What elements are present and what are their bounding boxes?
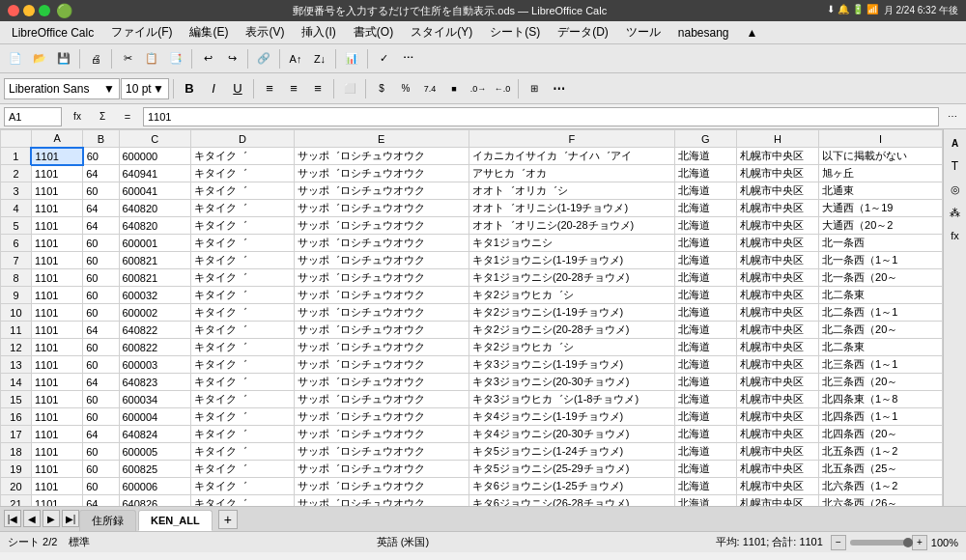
row-num-14[interactable]: 14 — [1, 374, 32, 391]
cell-r13-c4[interactable]: キタイク゛ — [191, 356, 295, 374]
thousands-button[interactable]: ■ — [442, 77, 466, 100]
sort-desc-button[interactable]: Z↓ — [308, 47, 331, 70]
bold-button[interactable]: B — [178, 77, 201, 100]
cell-r19-c4[interactable]: キタイク゛ — [191, 461, 295, 478]
cell-r18-c8[interactable]: 札幌市中央区 — [736, 443, 818, 461]
cell-r14-c6[interactable]: キタ3ジョウニシ(20-30チョウメ) — [469, 374, 674, 391]
cell-r1-c1[interactable]: 1101 — [31, 148, 82, 165]
sheet-scroll-area[interactable]: A B C D E F G H I 1110160600000キタイク゛サッポ゛… — [0, 129, 943, 506]
cell-r4-c2[interactable]: 64 — [83, 200, 119, 217]
cell-r14-c8[interactable]: 札幌市中央区 — [736, 374, 818, 391]
cell-r19-c7[interactable]: 北海道 — [674, 461, 736, 478]
cell-r10-c4[interactable]: キタイク゛ — [191, 304, 295, 322]
cell-r10-c7[interactable]: 北海道 — [674, 304, 736, 322]
cell-r3-c7[interactable]: 北海道 — [674, 182, 736, 200]
cell-r7-c1[interactable]: 1101 — [31, 252, 82, 269]
cell-r17-c4[interactable]: キタイク゛ — [191, 426, 295, 443]
cell-r1-c9[interactable]: 以下に掲載がない — [819, 148, 943, 165]
cell-r10-c8[interactable]: 札幌市中央区 — [736, 304, 818, 322]
cell-r8-c5[interactable]: サッポ゛ロシチュウオウク — [294, 269, 469, 287]
col-header-f[interactable]: F — [469, 130, 674, 148]
minimize-button[interactable] — [23, 5, 35, 16]
sheet-tab-jushoroku[interactable]: 住所録 — [79, 510, 136, 531]
underline-button[interactable]: U — [226, 77, 249, 100]
cell-r2-c5[interactable]: サッポ゛ロシチュウオウク — [294, 165, 469, 182]
row-num-10[interactable]: 10 — [1, 304, 32, 322]
cell-r15-c4[interactable]: キタイク゛ — [191, 391, 295, 408]
cell-r15-c6[interactable]: キタ3ジョウヒカ゛シ(1-8チョウメ) — [469, 391, 674, 408]
cell-r19-c1[interactable]: 1101 — [31, 461, 82, 478]
row-num-13[interactable]: 13 — [1, 356, 32, 374]
function-wizard-button[interactable]: fx — [66, 105, 89, 128]
font-name-selector[interactable]: Liberation Sans ▼ — [4, 78, 120, 99]
cell-r12-c8[interactable]: 札幌市中央区 — [736, 339, 818, 356]
cell-r19-c2[interactable]: 60 — [83, 461, 119, 478]
cell-r15-c9[interactable]: 北四条東（1～8 — [819, 391, 943, 408]
cell-r7-c6[interactable]: キタ1ジョウニシ(1-19チョウメ) — [469, 252, 674, 269]
sidebar-icon-fx[interactable]: fx — [946, 226, 965, 245]
cell-r1-c5[interactable]: サッポ゛ロシチュウオウク — [294, 148, 469, 165]
cell-r12-c5[interactable]: サッポ゛ロシチュウオウク — [294, 339, 469, 356]
cell-r8-c8[interactable]: 札幌市中央区 — [736, 269, 818, 287]
cell-r9-c5[interactable]: サッポ゛ロシチュウオウク — [294, 287, 469, 304]
open-button[interactable]: 📂 — [28, 47, 51, 70]
cell-r9-c4[interactable]: キタイク゛ — [191, 287, 295, 304]
cell-r10-c6[interactable]: キタ2ジョウニシ(1-19チョウメ) — [469, 304, 674, 322]
decrease-decimal-button[interactable]: ←.0 — [491, 77, 514, 100]
cell-r16-c8[interactable]: 札幌市中央区 — [736, 408, 818, 426]
cell-r5-c2[interactable]: 64 — [83, 217, 119, 235]
cell-r16-c9[interactable]: 北四条西（1～1 — [819, 408, 943, 426]
cell-r19-c8[interactable]: 札幌市中央区 — [736, 461, 818, 478]
increase-decimal-button[interactable]: .0→ — [467, 77, 490, 100]
merge-button[interactable]: ⬜ — [338, 77, 361, 100]
cell-r21-c3[interactable]: 640826 — [119, 495, 191, 507]
cell-r6-c4[interactable]: キタイク゛ — [191, 235, 295, 252]
cell-r3-c9[interactable]: 北通東 — [819, 182, 943, 200]
menu-item-libreofficecalc[interactable]: LibreOffice Calc — [4, 24, 101, 42]
tab-prev-button[interactable]: ◀ — [23, 510, 41, 527]
copy-button[interactable]: 📋 — [140, 47, 163, 70]
cell-r5-c9[interactable]: 大通西（20～2 — [819, 217, 943, 235]
sum-button[interactable]: Σ — [91, 105, 114, 128]
menu-item-nabesang[interactable]: nabesang — [670, 24, 737, 42]
cell-r2-c8[interactable]: 札幌市中央区 — [736, 165, 818, 182]
cell-r8-c2[interactable]: 60 — [83, 269, 119, 287]
row-num-16[interactable]: 16 — [1, 408, 32, 426]
redo-button[interactable]: ↪ — [220, 47, 243, 70]
cell-r15-c1[interactable]: 1101 — [31, 391, 82, 408]
align-left-button[interactable]: ≡ — [258, 77, 281, 100]
cell-r8-c7[interactable]: 北海道 — [674, 269, 736, 287]
tab-first-button[interactable]: |◀ — [4, 510, 21, 527]
sort-asc-button[interactable]: A↑ — [284, 47, 307, 70]
cell-r17-c8[interactable]: 札幌市中央区 — [736, 426, 818, 443]
cell-r7-c3[interactable]: 600821 — [119, 252, 191, 269]
cell-r14-c9[interactable]: 北三条西（20～ — [819, 374, 943, 391]
cell-r7-c7[interactable]: 北海道 — [674, 252, 736, 269]
cell-r4-c4[interactable]: キタイク゛ — [191, 200, 295, 217]
cell-r2-c2[interactable]: 64 — [83, 165, 119, 182]
row-num-1[interactable]: 1 — [1, 148, 32, 165]
cell-r6-c9[interactable]: 北一条西 — [819, 235, 943, 252]
cell-r18-c4[interactable]: キタイク゛ — [191, 443, 295, 461]
menu-item-i[interactable]: 挿入(I) — [294, 22, 343, 42]
cell-r12-c1[interactable]: 1101 — [31, 339, 82, 356]
cell-r4-c3[interactable]: 640820 — [119, 200, 191, 217]
cell-r1-c6[interactable]: イカニカイサイカ゛ナイハ゛アイ — [469, 148, 674, 165]
window-controls[interactable] — [8, 5, 50, 16]
cell-r5-c4[interactable]: キタイク゛ — [191, 217, 295, 235]
menu-item-y[interactable]: スタイル(Y) — [403, 22, 480, 42]
cell-r11-c6[interactable]: キタ2ジョウニシ(20-28チョウメ) — [469, 322, 674, 339]
row-num-20[interactable]: 20 — [1, 478, 32, 495]
cell-r17-c6[interactable]: キタ4ジョウニシ(20-30チョウメ) — [469, 426, 674, 443]
cell-r12-c6[interactable]: キタ2ジョウヒカ゛シ — [469, 339, 674, 356]
cell-r4-c7[interactable]: 北海道 — [674, 200, 736, 217]
menu-item-[interactable]: ツール — [618, 22, 668, 42]
cell-r12-c3[interactable]: 600822 — [119, 339, 191, 356]
cell-r18-c3[interactable]: 600005 — [119, 443, 191, 461]
borders-button[interactable]: ⊞ — [523, 77, 546, 100]
cell-r9-c1[interactable]: 1101 — [31, 287, 82, 304]
row-num-5[interactable]: 5 — [1, 217, 32, 235]
cell-r5-c7[interactable]: 北海道 — [674, 217, 736, 235]
cell-r4-c6[interactable]: オオト゛オリニシ(1-19チョウメ) — [469, 200, 674, 217]
cell-r18-c5[interactable]: サッポ゛ロシチュウオウク — [294, 443, 469, 461]
